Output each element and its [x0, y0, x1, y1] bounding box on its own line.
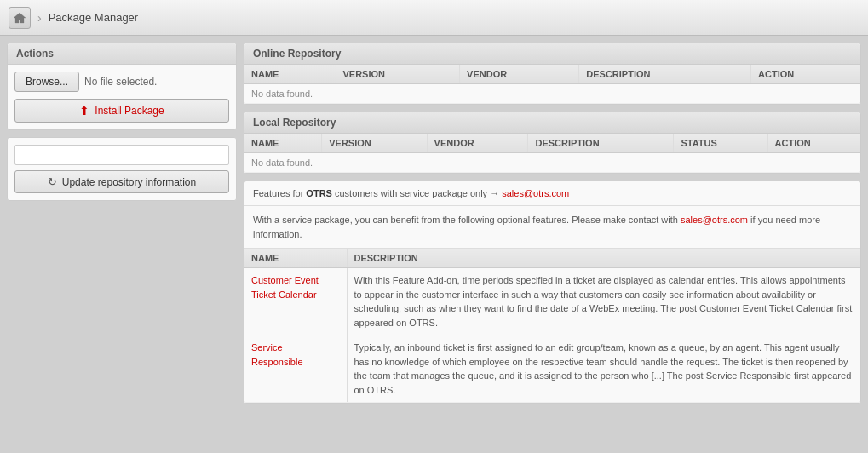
header: › Package Manager	[0, 0, 868, 36]
browse-row: Browse... No file selected.	[14, 72, 229, 92]
features-desc-email[interactable]: sales@otrs.com	[681, 215, 748, 225]
home-button[interactable]	[9, 7, 31, 29]
local-repo-title: Local Repository	[244, 112, 860, 134]
online-col-description: DESCRIPTION	[579, 65, 751, 84]
local-col-status: STATUS	[674, 134, 767, 153]
features-col-name: NAME	[244, 249, 347, 268]
features-section: Features for OTRS customers with service…	[244, 181, 861, 404]
online-col-action: ACTION	[751, 65, 860, 84]
content-area: Online Repository NAME VERSION VENDOR DE…	[244, 43, 861, 404]
repo-update-content: ↻ Update repository information	[8, 138, 236, 200]
page-title: Package Manager	[49, 11, 139, 24]
update-repo-label: Update repository information	[62, 176, 196, 188]
feature-name-link[interactable]: Customer EventTicket Calendar	[251, 275, 319, 300]
online-col-name: NAME	[244, 65, 336, 84]
breadcrumb-chevron: ›	[37, 11, 42, 25]
sidebar: Actions Browse... No file selected. ⬆ In…	[7, 43, 237, 404]
local-col-action: ACTION	[767, 134, 860, 153]
features-name-cell: Customer EventTicket Calendar	[244, 268, 347, 335]
features-brand: OTRS	[306, 188, 332, 198]
install-icon: ⬆	[79, 104, 89, 118]
install-label: Install Package	[95, 105, 164, 117]
actions-content: Browse... No file selected. ⬆ Install Pa…	[8, 65, 236, 129]
online-no-data-row: No data found.	[244, 84, 860, 104]
features-middle: customers with service package only →	[332, 188, 502, 198]
features-desc-cell: With this Feature Add-on, time periods s…	[347, 268, 860, 335]
no-file-label: No file selected.	[84, 76, 157, 88]
features-row: Customer EventTicket CalendarWith this F…	[244, 268, 860, 335]
features-row: ServiceResponsibleTypically, an inbound …	[244, 335, 860, 403]
features-prefix: Features for	[253, 188, 306, 198]
local-no-data-row: No data found.	[244, 153, 860, 173]
features-table: NAME DESCRIPTION Customer EventTicket Ca…	[244, 249, 860, 403]
main-layout: Actions Browse... No file selected. ⬆ In…	[0, 36, 868, 410]
features-header: Features for OTRS customers with service…	[244, 181, 860, 206]
local-no-data-cell: No data found.	[244, 153, 860, 173]
online-repo-section: Online Repository NAME VERSION VENDOR DE…	[244, 43, 861, 105]
online-repo-table: NAME VERSION VENDOR DESCRIPTION ACTION N…	[244, 65, 860, 104]
local-col-version: VERSION	[322, 134, 427, 153]
local-repo-table: NAME VERSION VENDOR DESCRIPTION STATUS A…	[244, 134, 860, 173]
local-col-vendor: VENDOR	[427, 134, 528, 153]
features-desc-text: With a service package, you can benefit …	[253, 215, 681, 225]
install-package-button[interactable]: ⬆ Install Package	[14, 99, 229, 123]
online-repo-title: Online Repository	[244, 43, 860, 65]
features-col-description: DESCRIPTION	[347, 249, 860, 268]
local-repo-section: Local Repository NAME VERSION VENDOR DES…	[244, 112, 861, 174]
local-col-description: DESCRIPTION	[528, 134, 674, 153]
online-col-version: VERSION	[336, 65, 460, 84]
actions-title: Actions	[8, 43, 236, 65]
update-repo-button[interactable]: ↻ Update repository information	[14, 170, 229, 193]
online-no-data-cell: No data found.	[244, 84, 860, 104]
repo-url-input[interactable]	[14, 145, 229, 165]
features-email-link[interactable]: sales@otrs.com	[502, 188, 569, 198]
features-desc-cell: Typically, an inbound ticket is first as…	[347, 335, 860, 403]
local-col-name: NAME	[244, 134, 322, 153]
actions-section: Actions Browse... No file selected. ⬆ In…	[7, 43, 237, 130]
refresh-icon: ↻	[48, 175, 57, 188]
repo-update-section: ↻ Update repository information	[7, 137, 237, 201]
feature-name-link[interactable]: ServiceResponsible	[251, 342, 303, 367]
online-col-vendor: VENDOR	[460, 65, 579, 84]
features-description: With a service package, you can benefit …	[244, 206, 860, 249]
features-name-cell: ServiceResponsible	[244, 335, 347, 403]
browse-button[interactable]: Browse...	[14, 72, 79, 92]
